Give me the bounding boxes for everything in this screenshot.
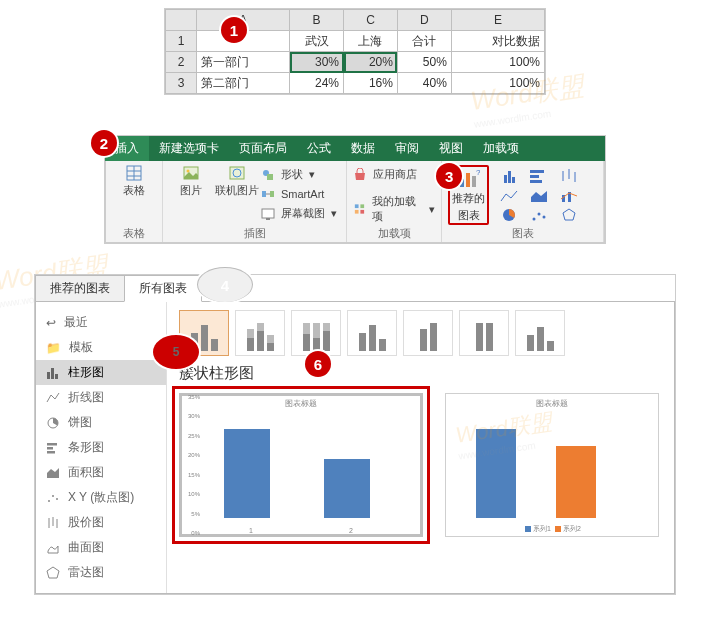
svg-rect-9 (267, 174, 273, 180)
spreadsheet-panel: 1 A B C D E 1 武汉 上海 合计 对比数据 2 第一部门 30% 2… (164, 8, 546, 95)
btn-smartart[interactable]: SmartArt (261, 187, 337, 201)
chart-category-list: ↩最近 📁模板 柱形图 折线图 饼图 条形图 面积图 X Y (散点图) 股价图… (36, 302, 167, 593)
tab-data[interactable]: 数据 (341, 136, 385, 161)
cell-C1[interactable]: 上海 (344, 31, 398, 52)
cat-templates[interactable]: 📁模板 (36, 335, 166, 360)
tab-addins[interactable]: 加载项 (473, 136, 529, 161)
corner-cell[interactable] (166, 10, 197, 31)
subtype-100stacked-column[interactable] (291, 310, 341, 356)
svg-rect-20 (472, 176, 476, 187)
svg-point-43 (52, 495, 54, 497)
tab-all-charts[interactable]: 所有图表 (124, 275, 202, 302)
tab-layout[interactable]: 页面布局 (229, 136, 297, 161)
scatter-chart-icon (46, 491, 60, 505)
btn-screenshot[interactable]: 屏幕截图 ▾ (261, 206, 337, 221)
cat-pie[interactable]: 饼图 (36, 410, 166, 435)
template-icon: 📁 (46, 341, 61, 355)
btn-my-addins[interactable]: 我的加载项 ▾ (353, 194, 435, 224)
cell-E1[interactable]: 对比数据 (451, 31, 544, 52)
table-icon (126, 165, 142, 181)
row-3-head[interactable]: 3 (166, 73, 197, 94)
tab-recommended-charts[interactable]: 推荐的图表 (35, 275, 125, 301)
cell-D3[interactable]: 40% (397, 73, 451, 94)
preview-1-bar-1 (224, 429, 270, 518)
cell-B3[interactable]: 24% (290, 73, 344, 94)
shapes-icon (261, 168, 275, 182)
col-E[interactable]: E (451, 10, 544, 31)
tab-view[interactable]: 视图 (429, 136, 473, 161)
cat-stock[interactable]: 股价图 (36, 510, 166, 535)
subtype-stacked-column[interactable] (235, 310, 285, 356)
cell-A3[interactable]: 第二部门 (197, 73, 290, 94)
col-C[interactable]: C (344, 10, 398, 31)
cat-recent[interactable]: ↩最近 (36, 310, 166, 335)
spreadsheet-table[interactable]: A B C D E 1 武汉 上海 合计 对比数据 2 第一部门 30% 20%… (165, 9, 545, 94)
chart-btn-area[interactable] (525, 185, 553, 203)
row-2-head[interactable]: 2 (166, 52, 197, 73)
chart-btn-line[interactable] (495, 185, 523, 203)
cell-D1[interactable]: 合计 (397, 31, 451, 52)
cat-area[interactable]: 面积图 (36, 460, 166, 485)
cat-line[interactable]: 折线图 (36, 385, 166, 410)
cell-B1[interactable]: 武汉 (290, 31, 344, 52)
preview-2-legend: 系列1 系列2 (446, 524, 658, 534)
subtype-3d-stacked[interactable] (403, 310, 453, 356)
chart-previews: 图表标题 35%30%25%20%15%10%5%0% 12 图表标题 (179, 393, 662, 537)
smartart-icon (261, 187, 275, 201)
row-1-head[interactable]: 1 (166, 31, 197, 52)
col-D[interactable]: D (397, 10, 451, 31)
btn-picture[interactable]: 图片 (169, 165, 213, 223)
svg-rect-22 (530, 170, 544, 173)
chart-preview-2[interactable]: 图表标题 系列1 系列2 Word联盟www.wordlm.com (445, 393, 659, 537)
tab-new[interactable]: 新建选项卡 (149, 136, 229, 161)
subtype-3d-clustered[interactable] (347, 310, 397, 356)
chart-btn-scatter[interactable] (525, 205, 553, 223)
cell-C3[interactable]: 16% (344, 73, 398, 94)
cell-B2[interactable]: 30% (290, 52, 344, 73)
scatter-chart-icon (530, 209, 548, 223)
cat-column[interactable]: 柱形图 (36, 360, 166, 385)
screenshot-icon (261, 207, 275, 221)
preview-2-title: 图表标题 (446, 398, 658, 409)
cell-E2[interactable]: 100% (451, 52, 544, 73)
svg-rect-10 (262, 191, 266, 197)
chart-btn-combo[interactable] (555, 185, 583, 203)
chart-btn-radar[interactable] (555, 205, 583, 223)
chart-btn-stock[interactable] (555, 165, 583, 183)
chart-btn-pie[interactable] (495, 205, 523, 223)
chevron-down-icon: ▾ (429, 203, 435, 216)
btn-online-picture[interactable]: 联机图片 (215, 165, 259, 223)
btn-store[interactable]: 应用商店 (353, 167, 435, 182)
group-illustrations: 图片 联机图片 形状 ▾ SmartArt 屏幕截图 ▾ 插图 (163, 161, 347, 242)
col-B[interactable]: B (290, 10, 344, 31)
subtype-3d-column[interactable] (515, 310, 565, 356)
ribbon-groups: 表格 表格 图片 联机图片 形状 ▾ SmartArt 屏幕截图 ▾ 插图 应用… (105, 161, 605, 243)
cat-scatter[interactable]: X Y (散点图) (36, 485, 166, 510)
chart-preview-1[interactable]: 图表标题 35%30%25%20%15%10%5%0% 12 (179, 393, 423, 537)
dialog-body: ↩最近 📁模板 柱形图 折线图 饼图 条形图 面积图 X Y (散点图) 股价图… (35, 302, 675, 594)
chart-btn-column[interactable] (495, 165, 523, 183)
cat-surface[interactable]: 曲面图 (36, 535, 166, 560)
svg-rect-14 (355, 204, 359, 208)
tab-formula[interactable]: 公式 (297, 136, 341, 161)
cell-D2[interactable]: 50% (397, 52, 451, 73)
cell-E3[interactable]: 100% (451, 73, 544, 94)
badge-6: 6 (305, 351, 331, 377)
addins-icon (353, 202, 366, 216)
btn-shapes[interactable]: 形状 ▾ (261, 167, 337, 182)
btn-table[interactable]: 表格 (112, 165, 156, 198)
badge-5: 5 (153, 335, 199, 369)
svg-rect-13 (266, 218, 270, 220)
chart-btn-bar[interactable] (525, 165, 553, 183)
cat-radar[interactable]: 雷达图 (36, 560, 166, 585)
cell-A2[interactable]: 第一部门 (197, 52, 290, 73)
recent-icon: ↩ (46, 316, 56, 330)
badge-1: 1 (221, 17, 247, 43)
svg-rect-40 (47, 447, 53, 450)
radar-chart-icon (561, 207, 577, 223)
line-chart-icon (500, 189, 518, 203)
cat-bar[interactable]: 条形图 (36, 435, 166, 460)
tab-review[interactable]: 审阅 (385, 136, 429, 161)
subtype-3d-100stacked[interactable] (459, 310, 509, 356)
cell-C2[interactable]: 20% (344, 52, 398, 73)
